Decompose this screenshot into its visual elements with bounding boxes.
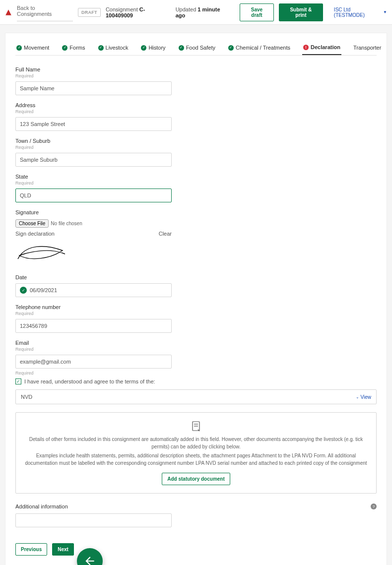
help-icon[interactable]: ? [371, 503, 377, 509]
updated-info: Updated 1 minute ago [176, 6, 230, 18]
check-icon: ✓ [98, 45, 104, 51]
additional-info-input[interactable] [15, 513, 172, 527]
nvd-row[interactable]: NVD ⌄ View [15, 389, 377, 404]
agree-text: I have read, understood and agree to the… [24, 378, 155, 384]
tab-label: Food Safety [186, 45, 215, 51]
tab-transporter[interactable]: Transporter [352, 41, 382, 55]
email-input[interactable] [15, 355, 172, 369]
nvd-view[interactable]: ⌄ View [356, 394, 372, 400]
back-label: Back to Consignments [17, 5, 70, 17]
user-menu[interactable]: ISC Ltd (TESTMODE) ▼ [334, 7, 387, 18]
address-required: Required [15, 109, 172, 114]
clear-signature[interactable]: Clear [159, 231, 172, 237]
tab-declaration[interactable]: !Declaration [302, 40, 341, 55]
tab-label: Declaration [311, 44, 340, 50]
state-input[interactable] [15, 188, 172, 202]
chevron-down-icon: ▼ [383, 10, 387, 14]
state-label: State [15, 174, 172, 180]
email-required: Required [15, 347, 172, 352]
tab-forms[interactable]: ✓Forms [61, 41, 86, 55]
town-required: Required [15, 145, 172, 150]
document-icon [23, 421, 369, 433]
tab-movement[interactable]: ✓Movement [15, 41, 50, 55]
doc-para1: Details of other forms included in this … [23, 436, 369, 450]
draft-badge: DRAFT [78, 8, 101, 17]
user-name: ISC Ltd (TESTMODE) [334, 7, 381, 18]
tab-label: Movement [24, 45, 49, 51]
check-icon: ✓ [228, 45, 234, 51]
consignment-info: Consignment C-100409009 [106, 6, 171, 18]
signature-canvas[interactable] [15, 240, 172, 267]
telephone-required: Required [15, 311, 172, 316]
check-icon: ✓ [62, 45, 67, 51]
logo-icon [5, 9, 12, 16]
additional-info-label: Additional information [15, 503, 68, 509]
agree-row[interactable]: ✓ I have read, understood and agree to t… [15, 378, 377, 384]
main-card: ✓Movement✓Forms✓Livestock✓History✓Food S… [5, 33, 387, 565]
tab-label: Forms [69, 45, 85, 51]
tab-history[interactable]: ✓History [140, 41, 166, 55]
choose-file-button[interactable]: Choose File [15, 219, 49, 228]
town-input[interactable] [15, 153, 172, 167]
tab-label: History [148, 45, 165, 51]
email-trailing-required: Required [15, 371, 172, 376]
next-button[interactable]: Next [52, 543, 74, 556]
address-input[interactable] [15, 117, 172, 131]
tab-label: Chemical / Treatments [236, 45, 290, 51]
check-icon: ✓ [20, 287, 27, 294]
chevron-down-icon: ⌄ [356, 395, 359, 399]
statutory-doc-panel: Details of other forms included in this … [15, 412, 377, 494]
no-file-chosen: No file chosen [51, 221, 82, 226]
state-required: Required [15, 181, 172, 186]
save-draft-button[interactable]: Save draft [240, 3, 274, 21]
check-icon: ✓ [16, 45, 22, 51]
full-name-label: Full Name [15, 66, 172, 72]
form: Full Name Required Address Required Town… [15, 66, 172, 376]
address-label: Address [15, 102, 172, 108]
full-name-input[interactable] [15, 81, 172, 95]
sign-declaration-label: Sign declaration [15, 231, 55, 237]
tab-livestock[interactable]: ✓Livestock [97, 41, 130, 55]
submit-print-button[interactable]: Submit & print [279, 3, 323, 21]
telephone-label: Telephone number [15, 304, 172, 310]
doc-para2: Examples include health statements, perm… [23, 452, 369, 467]
agree-checkbox[interactable]: ✓ [15, 378, 21, 384]
town-label: Town / Suburb [15, 138, 172, 144]
nvd-label: NVD [21, 394, 32, 400]
tab-food-safety[interactable]: ✓Food Safety [178, 41, 216, 55]
arrow-left-icon [83, 555, 96, 565]
signature-label: Signature [15, 209, 172, 215]
full-name-required: Required [15, 73, 172, 78]
email-label: Email [15, 340, 172, 346]
date-value: 06/09/2021 [30, 287, 57, 293]
add-statutory-document-button[interactable]: Add statutory document [162, 473, 230, 485]
tab-label: Livestock [106, 45, 129, 51]
back-to-consignments[interactable]: Back to Consignments [17, 3, 73, 21]
check-icon: ✓ [141, 45, 146, 51]
date-label: Date [15, 274, 172, 280]
error-icon: ! [303, 45, 309, 50]
topbar: Back to Consignments DRAFT Consignment C… [0, 0, 392, 25]
telephone-input[interactable] [15, 319, 172, 333]
previous-button[interactable]: Previous [15, 543, 47, 556]
date-input[interactable]: ✓ 06/09/2021 [15, 283, 172, 297]
tabs: ✓Movement✓Forms✓Livestock✓History✓Food S… [15, 40, 377, 56]
tab-label: Transporter [353, 45, 381, 51]
check-icon: ✓ [179, 45, 184, 51]
svg-marker-0 [5, 9, 11, 15]
tab-chemical-treatments[interactable]: ✓Chemical / Treatments [227, 41, 291, 55]
